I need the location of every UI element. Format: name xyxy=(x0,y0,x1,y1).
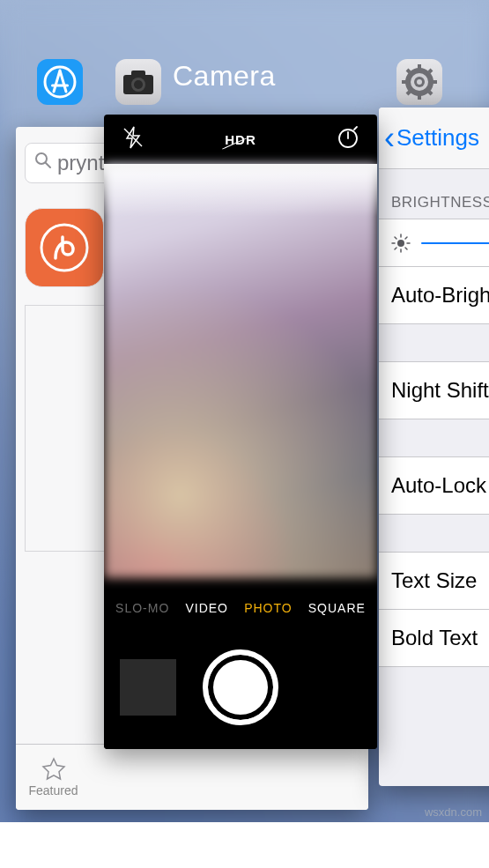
shutter-button[interactable] xyxy=(203,649,278,725)
search-icon xyxy=(34,152,52,174)
svg-point-20 xyxy=(41,225,87,271)
svg-line-26 xyxy=(395,237,396,239)
sun-low-icon xyxy=(391,234,411,253)
last-photo-thumbnail[interactable] xyxy=(120,659,176,716)
star-icon xyxy=(41,757,66,782)
row-bold-text[interactable]: Bold Text xyxy=(379,610,489,667)
svg-line-19 xyxy=(46,163,50,167)
flash-off-icon[interactable] xyxy=(120,124,146,154)
mode-slomo[interactable]: SLO-MO xyxy=(115,601,169,615)
svg-line-16 xyxy=(407,92,410,94)
camera-app-icon[interactable] xyxy=(115,59,161,105)
svg-rect-3 xyxy=(131,70,145,77)
settings-navbar: ‹ Settings xyxy=(379,108,489,169)
row-text-size[interactable]: Text Size xyxy=(379,552,489,610)
row-auto-brightness[interactable]: Auto-Brightness xyxy=(379,267,489,324)
svg-line-27 xyxy=(405,248,407,249)
timer-icon[interactable] xyxy=(335,124,361,154)
svg-line-15 xyxy=(429,92,432,94)
appstore-app-icon[interactable] xyxy=(37,59,83,105)
search-value: prynt xyxy=(57,151,104,175)
bottom-strip xyxy=(0,822,489,868)
card-settings[interactable]: ‹ Settings BRIGHTNESS Auto-Brightness Ni… xyxy=(379,108,489,786)
svg-point-18 xyxy=(36,153,47,164)
camera-topbar: HDR xyxy=(104,115,377,164)
settings-app-icon[interactable] xyxy=(396,59,442,105)
back-button[interactable]: ‹ Settings xyxy=(384,122,479,154)
brightness-slider-row[interactable] xyxy=(379,219,489,267)
focused-app-title: Camera xyxy=(173,60,276,93)
camera-bottom-bar xyxy=(104,626,377,749)
result-app-icon[interactable] xyxy=(25,208,104,287)
mode-video[interactable]: VIDEO xyxy=(185,601,228,615)
tab-label: Featured xyxy=(28,783,78,798)
svg-point-9 xyxy=(417,79,422,85)
appstore-tabbar: Featured xyxy=(16,744,368,810)
camera-viewfinder[interactable] xyxy=(104,164,377,578)
brightness-slider[interactable] xyxy=(421,242,489,244)
svg-point-5 xyxy=(134,80,143,89)
card-camera[interactable]: HDR SLO-MO VIDEO PHOTO SQUARE xyxy=(104,115,377,749)
section-header-brightness: BRIGHTNESS xyxy=(379,169,489,219)
svg-line-28 xyxy=(395,248,396,249)
back-label: Settings xyxy=(396,124,479,152)
chevron-left-icon: ‹ xyxy=(384,122,395,154)
svg-line-14 xyxy=(407,70,410,72)
svg-line-29 xyxy=(405,237,407,239)
svg-point-21 xyxy=(397,240,404,247)
svg-line-17 xyxy=(429,70,432,72)
row-auto-lock[interactable]: Auto-Lock xyxy=(379,456,489,515)
watermark: wsxdn.com xyxy=(425,805,482,819)
svg-line-31 xyxy=(223,137,247,148)
camera-mode-strip[interactable]: SLO-MO VIDEO PHOTO SQUARE xyxy=(104,590,377,626)
mode-square[interactable]: SQUARE xyxy=(308,601,366,615)
row-night-shift[interactable]: Night Shift xyxy=(379,361,489,419)
tab-featured[interactable]: Featured xyxy=(16,745,91,810)
hdr-off-icon[interactable]: HDR xyxy=(225,132,256,147)
mode-photo[interactable]: PHOTO xyxy=(244,601,293,615)
